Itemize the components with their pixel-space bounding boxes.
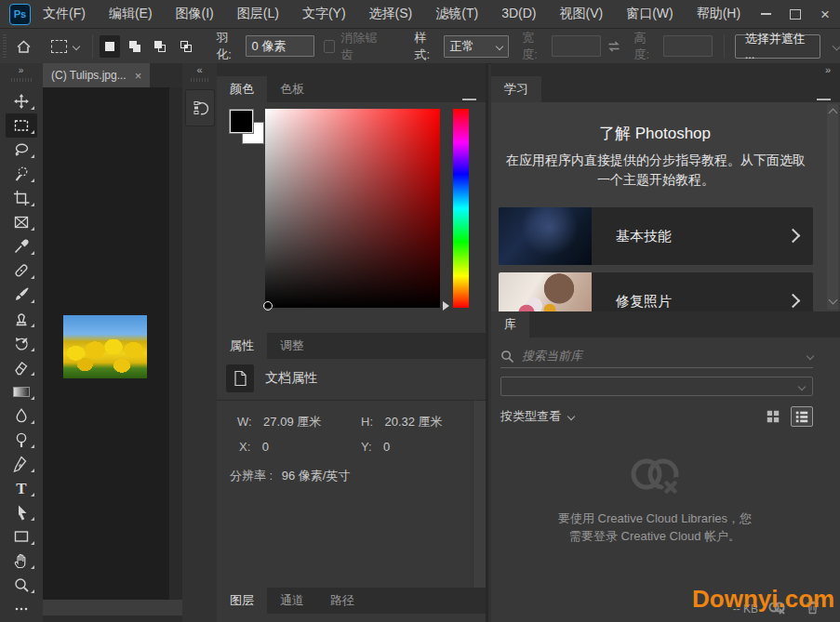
- blur-tool[interactable]: [6, 404, 37, 428]
- y-value[interactable]: 0: [383, 440, 390, 454]
- color-field-cursor[interactable]: [263, 301, 273, 311]
- w-value[interactable]: 27.09 厘米: [263, 415, 321, 429]
- hue-slider[interactable]: [453, 109, 469, 308]
- width-readout: W: 27.09 厘米: [237, 413, 321, 430]
- gradient-tool[interactable]: [6, 379, 37, 404]
- move-tool[interactable]: [6, 89, 37, 113]
- rectangle-tool[interactable]: [6, 524, 37, 549]
- crop-tool[interactable]: [6, 186, 37, 210]
- toolbar-collapse-button[interactable]: »: [0, 63, 43, 76]
- spot-healing-brush-tool[interactable]: [6, 258, 37, 283]
- add-to-selection-button[interactable]: [126, 35, 145, 58]
- minimize-button[interactable]: [751, 3, 780, 25]
- zoom-tool[interactable]: [6, 573, 37, 597]
- menu-item-view[interactable]: 视图(V): [559, 6, 603, 22]
- eraser-tool[interactable]: [6, 355, 37, 379]
- dodge-tool[interactable]: [6, 428, 37, 452]
- options-more-chevron-icon[interactable]: [833, 42, 840, 51]
- dock-grip[interactable]: [191, 78, 209, 82]
- history-panel-button[interactable]: [185, 89, 215, 126]
- tab-channels[interactable]: 通道: [267, 588, 317, 614]
- pen-tool[interactable]: [6, 452, 37, 476]
- path-selection-tool[interactable]: [6, 500, 37, 524]
- tab-adjustments[interactable]: 调整: [267, 333, 317, 359]
- options-bar-grip[interactable]: [3, 34, 7, 59]
- subtract-from-selection-button[interactable]: [151, 35, 170, 58]
- intersect-selection-button[interactable]: [176, 35, 195, 58]
- tab-learn[interactable]: 学习: [491, 76, 541, 102]
- menu-item-3d[interactable]: 3D(D): [501, 6, 536, 22]
- maximize-button[interactable]: [780, 3, 810, 25]
- tab-libraries[interactable]: 库: [491, 311, 529, 337]
- canvas-vertical-scrollbar[interactable]: [169, 87, 182, 600]
- learn-panel-menu-icon[interactable]: [817, 99, 831, 100]
- hand-tool[interactable]: [6, 549, 37, 573]
- learn-scrollbar[interactable]: [827, 104, 838, 310]
- properties-scrollbar[interactable]: [473, 401, 486, 588]
- antialias-checkbox[interactable]: [324, 40, 336, 53]
- scroll-up-icon[interactable]: [829, 109, 838, 118]
- sync-status-button[interactable]: [767, 601, 786, 619]
- expand-panels-button[interactable]: «: [182, 63, 217, 76]
- clone-stamp-tool[interactable]: [6, 307, 37, 331]
- resolution-value[interactable]: 96 像素/英寸: [282, 469, 351, 483]
- h-value[interactable]: 20.32 厘米: [384, 415, 442, 429]
- document-icon[interactable]: [226, 364, 254, 392]
- width-input[interactable]: [552, 35, 601, 57]
- collapse-panels-button[interactable]: »: [825, 64, 831, 75]
- tab-properties[interactable]: 属性: [217, 333, 267, 359]
- type-tool[interactable]: T: [6, 476, 37, 500]
- library-search-field[interactable]: 搜索当前库: [500, 345, 813, 368]
- close-button[interactable]: ×: [810, 3, 840, 25]
- list-view-button[interactable]: [791, 406, 813, 427]
- foreground-color-swatch[interactable]: [230, 110, 253, 133]
- edit-toolbar-button[interactable]: [6, 597, 37, 621]
- chevron-down-icon[interactable]: [567, 413, 575, 420]
- new-selection-button[interactable]: [100, 35, 119, 58]
- scroll-down-icon[interactable]: [829, 296, 838, 305]
- grid-view-button[interactable]: [763, 407, 783, 426]
- delete-button[interactable]: [806, 600, 820, 618]
- hue-slider-pointer[interactable]: [443, 301, 449, 311]
- tab-color[interactable]: 颜色: [217, 76, 267, 102]
- document-close-icon[interactable]: ×: [135, 70, 142, 82]
- frame-tool[interactable]: [6, 210, 37, 234]
- menu-item-filter[interactable]: 滤镜(T): [435, 6, 478, 22]
- color-panel-menu-icon[interactable]: [462, 99, 476, 100]
- lasso-tool[interactable]: [6, 138, 37, 162]
- rectangular-marquee-tool[interactable]: [6, 113, 37, 138]
- quick-selection-tool[interactable]: [6, 162, 37, 186]
- tab-paths[interactable]: 路径: [317, 588, 367, 614]
- chevron-down-icon[interactable]: [807, 352, 814, 360]
- library-select-dropdown[interactable]: [500, 377, 813, 396]
- learn-card-basic-skills[interactable]: 基本技能: [499, 207, 813, 265]
- height-input[interactable]: [663, 35, 713, 57]
- select-and-mask-button[interactable]: 选择并遮住 ...: [735, 34, 820, 59]
- x-value[interactable]: 0: [262, 440, 269, 454]
- history-brush-tool[interactable]: [6, 331, 37, 355]
- eyedropper-tool[interactable]: [6, 234, 37, 258]
- canvas-area[interactable]: [43, 87, 182, 622]
- document-tab[interactable]: (C) Tulips.jpg... ×: [43, 63, 150, 87]
- menu-item-file[interactable]: 文件(F): [43, 6, 86, 22]
- tab-layers[interactable]: 图层: [217, 588, 267, 614]
- menu-item-window[interactable]: 窗口(W): [626, 6, 673, 22]
- view-by-label[interactable]: 按类型查看: [500, 408, 561, 425]
- tab-swatches[interactable]: 色板: [267, 76, 317, 102]
- menu-item-layer[interactable]: 图层(L): [237, 6, 279, 22]
- toolbar-grip[interactable]: [11, 78, 32, 82]
- menu-item-type[interactable]: 文字(Y): [302, 6, 346, 22]
- learn-card-retouch-photos[interactable]: 修复照片: [499, 272, 813, 311]
- saturation-brightness-field[interactable]: [265, 109, 440, 308]
- tool-preset-picker[interactable]: [51, 40, 79, 53]
- brush-tool[interactable]: [6, 283, 37, 307]
- swap-dimensions-button[interactable]: [607, 40, 621, 53]
- home-button[interactable]: [15, 38, 33, 55]
- document-image-tulips[interactable]: [63, 315, 147, 378]
- feather-input[interactable]: 0 像素: [246, 35, 314, 57]
- menu-item-image[interactable]: 图像(I): [176, 6, 214, 22]
- menu-item-select[interactable]: 选择(S): [369, 6, 413, 22]
- menu-item-edit[interactable]: 编辑(E): [109, 6, 153, 22]
- menu-item-help[interactable]: 帮助(H): [697, 6, 740, 22]
- style-dropdown[interactable]: 正常: [444, 35, 510, 58]
